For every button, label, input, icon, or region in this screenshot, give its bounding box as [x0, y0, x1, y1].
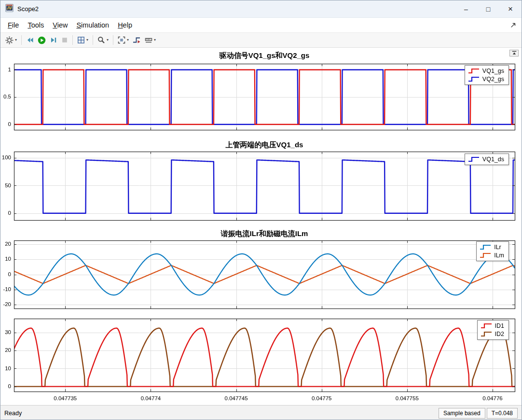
legend-line-icon	[481, 323, 492, 329]
toolbar-separator	[21, 35, 22, 45]
zoom-button[interactable]: ▾	[96, 34, 110, 46]
close-button[interactable]: ×	[499, 0, 522, 17]
step-back-button[interactable]	[24, 34, 36, 46]
legend-entry: VQ1_gs	[468, 68, 504, 74]
status-bar: Ready Sample based T=0.048	[0, 405, 522, 420]
legend-label: ID2	[495, 331, 504, 337]
fit-icon	[118, 36, 125, 44]
legend-plot4[interactable]: ID1ID2	[477, 320, 509, 340]
legend-line-icon	[480, 244, 491, 250]
stop-button[interactable]	[59, 34, 70, 46]
legend-entry: ILr	[480, 244, 504, 251]
plot-title-3: 谐振电流ILr和励磁电流ILm	[14, 229, 515, 238]
title-bar[interactable]: Scope2 – □ ×	[0, 0, 522, 18]
maximize-button[interactable]: □	[477, 0, 499, 17]
dropdown-arrow-icon: ▾	[154, 38, 156, 42]
measure-icon	[145, 36, 152, 44]
trigger-icon	[133, 36, 141, 44]
minimize-button[interactable]: –	[455, 0, 477, 17]
legend-plot3[interactable]: ILrILm	[476, 241, 509, 261]
plot-title-2: 上管两端的电压VQ1_ds	[14, 140, 515, 150]
gear-icon	[5, 36, 14, 44]
menu-bar: FileToolsViewSimulationHelp	[0, 18, 522, 33]
legend-label: ILm	[494, 252, 504, 259]
legend-entry: ILm	[480, 252, 504, 259]
dropdown-arrow-icon: ▾	[86, 38, 88, 42]
legend-label: VQ2_gs	[482, 76, 504, 83]
legend-line-icon	[468, 156, 480, 162]
sample-mode-box: Sample based	[439, 408, 485, 419]
legend-label: VQ1_gs	[482, 68, 504, 74]
legend-entry: VQ2_gs	[468, 76, 504, 83]
dropdown-arrow-icon: ▾	[107, 38, 109, 42]
window-title: Scope2	[17, 5, 39, 13]
legend-entry: VQ1_ds	[468, 156, 504, 163]
layout-icon	[77, 36, 85, 44]
settings-button[interactable]: ▾	[3, 34, 19, 46]
run-button[interactable]	[36, 34, 48, 46]
legend-line-icon	[468, 68, 480, 74]
plot-panel: 驱动信号VQ1_gs和VQ2_gs上管两端的电压VQ1_ds谐振电流ILr和励磁…	[0, 48, 522, 405]
sim-time-box: T=0.048	[487, 408, 518, 419]
layout-button[interactable]: ▾	[75, 34, 90, 46]
scope-canvas[interactable]	[0, 48, 522, 405]
toolbar-separator	[113, 35, 113, 45]
menu-help[interactable]: Help	[113, 19, 137, 31]
legend-line-icon	[480, 252, 491, 258]
dock-arrow-icon[interactable]	[510, 22, 517, 30]
trigger-button[interactable]	[131, 34, 143, 46]
legend-line-icon	[481, 331, 492, 337]
legend-label: VQ1_ds	[482, 156, 504, 163]
measurements-button[interactable]: ▾	[143, 34, 158, 46]
legend-label: ID1	[495, 322, 504, 329]
toolbar-separator	[93, 35, 93, 45]
zoom-icon	[97, 36, 105, 44]
legend-plot2[interactable]: VQ1_ds	[465, 154, 509, 165]
menu-file[interactable]: File	[3, 19, 23, 31]
legend-label: ILr	[494, 244, 501, 251]
dropdown-arrow-icon: ▾	[15, 38, 17, 42]
dropdown-arrow-icon: ▾	[127, 38, 129, 42]
legend-entry: ID2	[481, 331, 504, 337]
step-back-icon	[26, 36, 34, 44]
toolbar-separator	[72, 35, 73, 45]
step-forward-icon	[50, 36, 57, 44]
toolbar: ▾▾▾▾▾	[0, 33, 522, 48]
scope-window: Scope2 – □ × FileToolsViewSimulationHelp…	[0, 0, 522, 420]
menu-view[interactable]: View	[48, 19, 72, 31]
legend-line-icon	[468, 76, 480, 82]
step-forward-button[interactable]	[48, 34, 59, 46]
scope-app-icon	[5, 4, 14, 14]
legend-entry: ID1	[481, 322, 504, 329]
fit-to-view-button[interactable]: ▾	[116, 34, 131, 46]
plot-title-1: 驱动信号VQ1_gs和VQ2_gs	[14, 51, 515, 60]
legend-plot1[interactable]: VQ1_gsVQ2_gs	[465, 65, 509, 85]
stop-icon	[61, 37, 68, 43]
menu-simulation[interactable]: Simulation	[72, 19, 113, 31]
status-text: Ready	[4, 410, 22, 417]
menu-tools[interactable]: Tools	[23, 19, 48, 31]
run-icon	[38, 36, 46, 44]
